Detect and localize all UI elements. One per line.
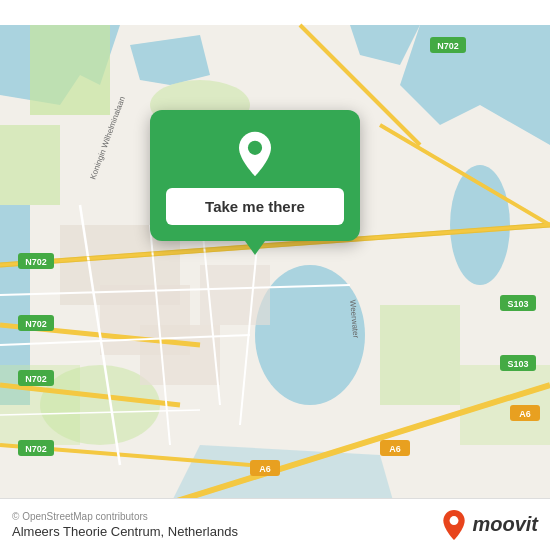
moovit-logo-text: moovit [472,513,538,536]
svg-text:N702: N702 [25,257,47,267]
svg-text:A6: A6 [389,444,401,454]
svg-rect-7 [380,305,460,405]
map-container: N702 N702 N702 N702 N702 S103 S103 A6 A6… [0,0,550,550]
svg-point-53 [248,141,262,155]
svg-text:A6: A6 [259,464,271,474]
bottom-bar: © OpenStreetMap contributors Almeers The… [0,498,550,550]
svg-text:S103: S103 [507,359,528,369]
svg-text:N702: N702 [25,444,47,454]
svg-rect-13 [140,325,220,385]
moovit-logo: moovit [440,509,538,541]
svg-text:S103: S103 [507,299,528,309]
location-pin-icon [231,130,279,178]
svg-text:N702: N702 [25,374,47,384]
svg-text:A6: A6 [519,409,531,419]
svg-text:N702: N702 [25,319,47,329]
svg-rect-5 [0,125,60,205]
copyright-text: © OpenStreetMap contributors [12,511,238,522]
bottom-left-info: © OpenStreetMap contributors Almeers The… [12,511,238,539]
moovit-pin-icon [440,509,468,541]
popup-card: Take me there [150,110,360,241]
svg-text:N702: N702 [437,41,459,51]
location-name: Almeers Theorie Centrum, Netherlands [12,524,238,539]
map-background: N702 N702 N702 N702 N702 S103 S103 A6 A6… [0,0,550,550]
svg-rect-4 [30,25,110,115]
take-me-there-button[interactable]: Take me there [166,188,344,225]
svg-point-54 [450,516,459,525]
